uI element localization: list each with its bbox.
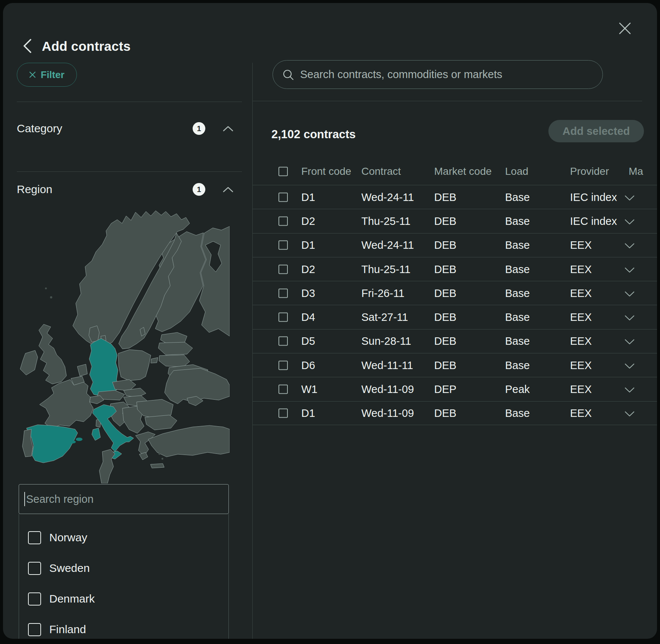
cell-provider: EEX	[570, 407, 592, 419]
add-selected-button[interactable]: Add selected	[548, 120, 644, 142]
row-expand-chevron[interactable]	[625, 263, 635, 275]
row-expand-chevron[interactable]	[625, 191, 635, 203]
filter-section-region[interactable]: Region 1	[17, 176, 242, 203]
contract-row[interactable]: D1Wed-24-11DEBBaseEEX	[252, 233, 657, 257]
cell-load: Base	[505, 335, 530, 347]
category-count-badge: 1	[193, 122, 205, 135]
region-option-norway[interactable]: Norway	[19, 522, 228, 553]
chevron-down-icon[interactable]	[625, 219, 635, 225]
column-header-provider[interactable]: Provider	[570, 165, 609, 177]
region-option-finland[interactable]: Finland	[19, 614, 228, 639]
row-checkbox[interactable]	[278, 216, 288, 226]
cell-contract: Thu-25-11	[361, 263, 411, 275]
contract-row[interactable]: D6Wed-11-11DEBBaseEEX	[252, 353, 657, 377]
contract-row[interactable]: D2Thu-25-11DEBBaseIEC index	[252, 209, 657, 233]
back-button[interactable]	[22, 38, 33, 54]
contracts-count: 2,102 contracts	[271, 128, 356, 141]
cell-provider: IEC index	[570, 215, 617, 227]
region-checkbox[interactable]	[28, 531, 41, 544]
chevron-down-icon[interactable]	[625, 411, 635, 417]
chevron-down-icon[interactable]	[625, 363, 635, 369]
region-checkbox[interactable]	[28, 623, 41, 636]
row-expand-chevron[interactable]	[625, 287, 635, 299]
column-header-contract[interactable]: Contract	[361, 165, 401, 177]
row-checkbox[interactable]	[278, 360, 288, 370]
contracts-table-body: D1Wed-24-11DEBBaseIEC indexD2Thu-25-11DE…	[252, 185, 657, 425]
row-checkbox[interactable]	[278, 241, 288, 250]
region-option-denmark[interactable]: Denmark	[19, 583, 228, 614]
cell-front-code: D1	[301, 191, 315, 203]
chevron-up-icon[interactable]	[222, 126, 234, 132]
row-expand-chevron[interactable]	[625, 215, 635, 227]
cell-market-code: DEB	[434, 335, 457, 347]
row-checkbox[interactable]	[278, 264, 288, 274]
cell-contract: Wed-24-11	[361, 239, 414, 251]
row-checkbox[interactable]	[278, 313, 288, 322]
filter-button[interactable]: Filter	[17, 63, 77, 87]
screen: Add contracts Filter Category 1 Re	[0, 0, 660, 644]
cell-market-code: DEB	[434, 263, 457, 275]
select-all-checkbox[interactable]	[278, 167, 288, 176]
row-expand-chevron[interactable]	[625, 407, 635, 419]
cell-load: Base	[505, 407, 530, 419]
cell-contract: Fri-26-11	[361, 287, 405, 299]
cell-provider: EEX	[570, 359, 592, 371]
europe-region-map[interactable]	[17, 209, 230, 483]
cell-load: Base	[505, 215, 530, 227]
row-expand-chevron[interactable]	[625, 239, 635, 251]
chevron-down-icon[interactable]	[625, 195, 635, 201]
region-search-input[interactable]: Search region	[19, 484, 229, 514]
chevron-down-icon[interactable]	[625, 291, 635, 297]
contract-row[interactable]: W1Wed-11-09DEPPeakEEX	[252, 377, 657, 401]
row-checkbox[interactable]	[278, 288, 288, 298]
contract-row[interactable]: D1Wed-24-11DEBBaseIEC index	[252, 185, 657, 209]
row-expand-chevron[interactable]	[625, 311, 635, 323]
chevron-left-icon	[22, 38, 33, 54]
row-expand-chevron[interactable]	[625, 383, 635, 396]
chevron-down-icon[interactable]	[625, 315, 635, 321]
column-header-market-code[interactable]: Market code	[434, 165, 492, 177]
row-checkbox[interactable]	[278, 337, 288, 346]
contract-row[interactable]: D2Thu-25-11DEBBaseEEX	[252, 257, 657, 281]
cell-contract: Sun-28-11	[361, 335, 411, 347]
divider	[252, 101, 642, 101]
cell-provider: IEC index	[570, 191, 617, 203]
contract-row[interactable]: D3Fri-26-11DEBBaseEEX	[252, 281, 657, 305]
row-checkbox[interactable]	[278, 385, 288, 394]
row-checkbox[interactable]	[278, 408, 288, 418]
close-button[interactable]	[618, 22, 632, 35]
row-checkbox[interactable]	[278, 192, 288, 202]
contracts-search-input[interactable]: Search contracts, commodities or markets	[273, 60, 603, 89]
cell-front-code: D6	[301, 359, 315, 371]
region-option-sweden[interactable]: Sweden	[19, 553, 228, 583]
column-header-load[interactable]: Load	[505, 165, 528, 177]
add-contracts-panel: Add contracts Filter Category 1 Re	[3, 3, 657, 639]
cell-contract: Thu-25-11	[361, 215, 411, 227]
contracts-table-header: Front code Contract Market code Load Pro…	[252, 158, 657, 185]
region-search-placeholder: Search region	[26, 493, 94, 505]
cell-front-code: D2	[301, 215, 315, 227]
contract-row[interactable]: D4Sat-27-11DEBBaseEEX	[252, 305, 657, 329]
chevron-up-icon[interactable]	[222, 186, 234, 193]
cell-load: Base	[505, 239, 530, 251]
chevron-down-icon[interactable]	[625, 243, 635, 249]
page-title: Add contracts	[42, 39, 131, 54]
chevron-down-icon[interactable]	[625, 339, 635, 345]
search-icon	[283, 69, 294, 80]
filter-section-category[interactable]: Category 1	[17, 115, 242, 142]
cell-load: Peak	[505, 383, 530, 396]
chevron-down-icon[interactable]	[625, 267, 635, 273]
region-checkbox[interactable]	[28, 562, 41, 575]
contract-row[interactable]: D1Wed-11-09DEBBaseEEX	[252, 401, 657, 425]
row-expand-chevron[interactable]	[625, 335, 635, 347]
region-option-label: Norway	[49, 531, 87, 544]
region-checkbox[interactable]	[28, 592, 41, 606]
region-option-label: Denmark	[49, 592, 95, 605]
chevron-down-icon[interactable]	[625, 387, 635, 393]
column-header-market-truncated[interactable]: Ma	[629, 165, 651, 177]
contract-row[interactable]: D5Sun-28-11DEBBaseEEX	[252, 329, 657, 353]
cell-load: Base	[505, 287, 530, 299]
row-expand-chevron[interactable]	[625, 359, 635, 371]
cell-market-code: DEB	[434, 287, 457, 299]
column-header-front-code[interactable]: Front code	[301, 165, 351, 177]
